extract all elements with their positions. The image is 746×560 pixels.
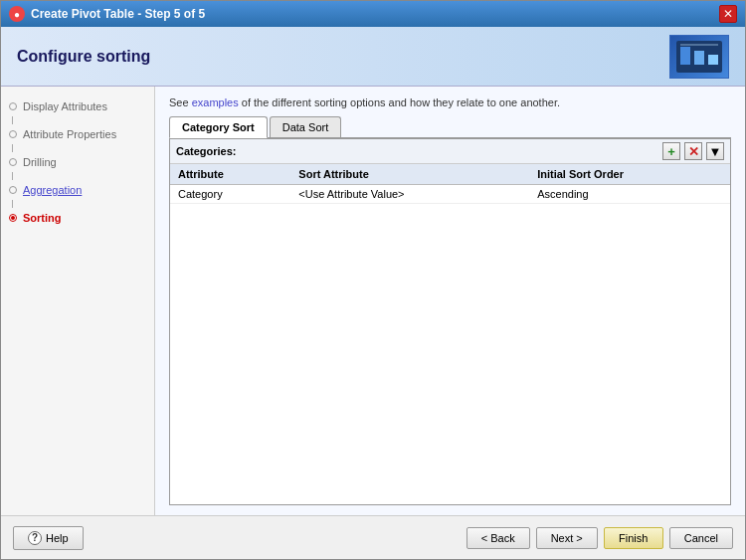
content-area: Display Attributes Attribute Properties … [1, 87, 745, 515]
sidebar-label-sorting: Sorting [23, 212, 62, 224]
svg-rect-1 [680, 47, 690, 65]
add-row-button[interactable]: + [662, 142, 680, 160]
help-icon: ? [28, 531, 42, 545]
info-text: See examples of the different sorting op… [169, 96, 731, 108]
sidebar-label-attribute-properties: Attribute Properties [23, 128, 116, 140]
help-label: Help [46, 532, 69, 544]
finish-button[interactable]: Finish [604, 527, 663, 549]
remove-row-button[interactable]: ✕ [684, 142, 702, 160]
sidebar-item-display-attributes: Display Attributes [1, 96, 154, 116]
footer-left: ? Help [13, 526, 84, 550]
sidebar-label-aggregation: Aggregation [23, 184, 82, 196]
sidebar-label-drilling: Drilling [23, 156, 57, 168]
col-header-attribute: Attribute [170, 164, 290, 185]
connector-2 [12, 144, 13, 152]
app-icon: ● [9, 6, 25, 22]
sidebar-item-sorting[interactable]: Sorting [1, 208, 154, 228]
sidebar-items: Display Attributes Attribute Properties … [1, 96, 154, 228]
main-window: ● Create Pivot Table - Step 5 of 5 ✕ Con… [0, 0, 746, 560]
table-row[interactable]: Category <Use Attribute Value> Ascending [170, 185, 730, 204]
sidebar-item-drilling: Drilling [1, 152, 154, 172]
tabs-container: Category Sort Data Sort [169, 116, 731, 138]
connector-3 [12, 172, 13, 180]
table-section-label: Categories: [176, 145, 237, 157]
table-toolbar: Categories: + ✕ ▼ [170, 139, 730, 164]
info-text-content: See examples of the different sorting op… [169, 96, 560, 108]
dropdown-button[interactable]: ▼ [706, 142, 724, 160]
app-logo [669, 35, 729, 79]
header-banner: Configure sorting [1, 27, 745, 87]
cell-attribute: Category [170, 185, 290, 204]
sidebar-bullet-drilling [9, 158, 17, 166]
back-button[interactable]: < Back [466, 527, 530, 549]
close-button[interactable]: ✕ [719, 5, 737, 23]
tab-data-sort[interactable]: Data Sort [270, 116, 341, 137]
title-bar: ● Create Pivot Table - Step 5 of 5 ✕ [1, 1, 745, 27]
connector-1 [12, 116, 13, 124]
sort-table: Attribute Sort Attribute Initial Sort Or… [170, 164, 730, 204]
sidebar-label-display-attributes: Display Attributes [23, 100, 107, 112]
svg-rect-2 [694, 51, 704, 65]
table-header-row: Attribute Sort Attribute Initial Sort Or… [170, 164, 730, 185]
footer: ? Help < Back Next > Finish Cancel [1, 515, 745, 559]
window-title: Create Pivot Table - Step 5 of 5 [31, 7, 205, 21]
sidebar-bullet-display [9, 102, 17, 110]
cell-initial-sort-order: Ascending [529, 185, 730, 204]
sidebar-item-aggregation[interactable]: Aggregation [1, 180, 154, 200]
cancel-button[interactable]: Cancel [669, 527, 733, 549]
title-bar-left: ● Create Pivot Table - Step 5 of 5 [9, 6, 205, 22]
sidebar-bullet-aggregation [9, 186, 17, 194]
connector-4 [12, 200, 13, 208]
col-header-initial-sort-order: Initial Sort Order [529, 164, 730, 185]
sidebar: Display Attributes Attribute Properties … [1, 87, 155, 515]
svg-rect-3 [708, 55, 718, 65]
help-button[interactable]: ? Help [13, 526, 84, 550]
info-link[interactable]: examples [192, 96, 239, 108]
col-header-sort-attribute: Sort Attribute [290, 164, 529, 185]
toolbar-buttons: + ✕ ▼ [662, 142, 724, 160]
page-title: Configure sorting [17, 48, 150, 66]
main-panel: See examples of the different sorting op… [155, 87, 745, 515]
sidebar-bullet-sorting [9, 214, 17, 222]
tab-category-sort[interactable]: Category Sort [169, 116, 268, 138]
footer-right: < Back Next > Finish Cancel [466, 527, 733, 549]
sidebar-item-attribute-properties: Attribute Properties [1, 124, 154, 144]
cell-sort-attribute: <Use Attribute Value> [290, 185, 529, 204]
sidebar-bullet-attr [9, 130, 17, 138]
table-container: Categories: + ✕ ▼ Attribute Sort Attribu… [169, 138, 731, 505]
next-button[interactable]: Next > [536, 527, 598, 549]
